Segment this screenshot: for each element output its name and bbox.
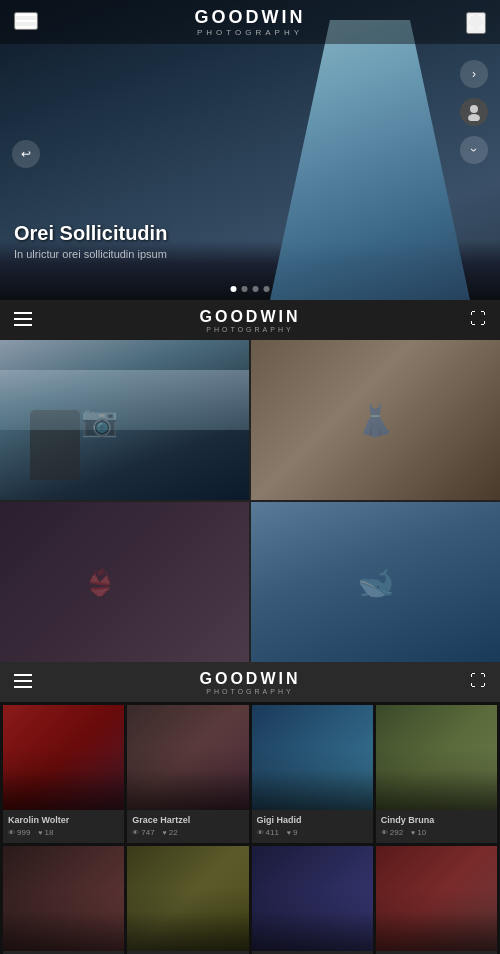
card-name: Grace Hartzel <box>132 815 243 825</box>
card-likes: ♥ 18 <box>38 828 53 837</box>
card-image-2 <box>252 705 373 810</box>
card-likes: ♥ 10 <box>411 828 426 837</box>
photo-couple-bg <box>251 340 500 500</box>
grid-brand-sub: PHOTOGRAPHY <box>200 326 301 333</box>
hamburger-button[interactable] <box>14 12 38 30</box>
brand-name: GOODWIN <box>195 7 306 28</box>
views-count: 411 <box>266 828 279 837</box>
photo-whale-bg <box>251 502 500 662</box>
photo-cell-beach[interactable] <box>0 340 249 500</box>
card-stats: 👁 292 ♥ 10 <box>381 828 492 837</box>
heart-icon: ♥ <box>411 829 415 836</box>
cards-hamburger-button[interactable] <box>14 674 32 688</box>
hero-side-icons: › › <box>460 60 488 164</box>
grid-section: GOODWIN PHOTOGRAPHY ⛶ <box>0 300 500 662</box>
card-item[interactable]: Cindy Bruna 👁 292 ♥ 10 <box>376 705 497 843</box>
photo-beach-bg <box>0 340 249 500</box>
card-views: 👁 747 <box>132 828 154 837</box>
hero-subtitle: In ulrictur orei sollicitudin ipsum <box>14 248 167 260</box>
cards-expand-button[interactable]: ⛶ <box>470 672 486 690</box>
card-likes: ♥ 9 <box>287 828 298 837</box>
card-likes: ♥ 22 <box>163 828 178 837</box>
eye-icon: 👁 <box>132 829 139 836</box>
likes-count: 22 <box>169 828 178 837</box>
eye-icon: 👁 <box>8 829 15 836</box>
dot-3[interactable] <box>253 286 259 292</box>
views-count: 747 <box>141 828 154 837</box>
dot-2[interactable] <box>242 286 248 292</box>
card-item[interactable]: Lucie Von Alten 👁 212 ♥ 7 <box>252 846 373 954</box>
card-info-2: Gigi Hadid 👁 411 ♥ 9 <box>252 810 373 843</box>
card-item[interactable]: Daniela Mirzac 👁 264 ♥ 4 <box>127 846 248 954</box>
dot-4[interactable] <box>264 286 270 292</box>
brand-subtitle: PHOTOGRAPHY <box>195 28 306 37</box>
cards-navbar: GOODWIN PHOTOGRAPHY ⛶ <box>0 662 500 702</box>
photo-grid <box>0 300 500 662</box>
grid-brand: GOODWIN PHOTOGRAPHY <box>200 308 301 333</box>
share-icon[interactable]: ↩ <box>12 140 40 168</box>
eye-icon: 👁 <box>381 829 388 836</box>
svg-point-1 <box>468 114 480 121</box>
photo-cell-couple[interactable] <box>251 340 500 500</box>
card-info-3: Cindy Bruna 👁 292 ♥ 10 <box>376 810 497 843</box>
views-count: 999 <box>17 828 30 837</box>
card-stats: 👁 747 ♥ 22 <box>132 828 243 837</box>
cards-brand-sub: PHOTOGRAPHY <box>200 688 301 695</box>
card-views: 👁 292 <box>381 828 403 837</box>
card-item[interactable]: Harry Cross 👁 216 ♥ 2 <box>3 846 124 954</box>
card-item[interactable]: Karolin Wolter 👁 999 ♥ 18 <box>3 705 124 843</box>
hero-text: Orei Sollicitudin In ulrictur orei solli… <box>14 222 167 260</box>
card-image-3 <box>376 705 497 810</box>
avatar-icon[interactable] <box>460 98 488 126</box>
grid-brand-name: GOODWIN <box>200 308 301 326</box>
card-info-1: Grace Hartzel 👁 747 ♥ 22 <box>127 810 248 843</box>
card-item[interactable]: Gigi Hadid 👁 411 ♥ 9 <box>252 705 373 843</box>
card-views: 👁 999 <box>8 828 30 837</box>
likes-count: 9 <box>293 828 297 837</box>
heart-icon: ♥ <box>38 829 42 836</box>
hero-dots <box>231 286 270 292</box>
likes-count: 18 <box>45 828 54 837</box>
hero-navbar: GOODWIN PHOTOGRAPHY ⛶ <box>0 0 500 44</box>
hero-title: Orei Sollicitudin <box>14 222 167 245</box>
card-stats: 👁 999 ♥ 18 <box>8 828 119 837</box>
dot-1[interactable] <box>231 286 237 292</box>
eye-icon: 👁 <box>257 829 264 836</box>
brand-logo: GOODWIN PHOTOGRAPHY <box>195 7 306 37</box>
photo-cell-fashion[interactable] <box>0 502 249 662</box>
card-image-4 <box>3 846 124 951</box>
svg-point-0 <box>470 105 478 113</box>
card-views: 👁 411 <box>257 828 279 837</box>
grid-hamburger-button[interactable] <box>14 312 32 326</box>
card-stats: 👁 411 ♥ 9 <box>257 828 368 837</box>
card-item[interactable]: Mari Halang 👁 200 ♥ 3 <box>376 846 497 954</box>
photo-fashion-bg <box>0 502 249 662</box>
card-info-0: Karolin Wolter 👁 999 ♥ 18 <box>3 810 124 843</box>
card-name: Gigi Hadid <box>257 815 368 825</box>
cards-brand-name: GOODWIN <box>200 670 301 688</box>
card-item[interactable]: Grace Hartzel 👁 747 ♥ 22 <box>127 705 248 843</box>
card-name: Cindy Bruna <box>381 815 492 825</box>
card-image-5 <box>127 846 248 951</box>
grid-navbar: GOODWIN PHOTOGRAPHY ⛶ <box>0 300 500 340</box>
views-count: 292 <box>390 828 403 837</box>
hero-section: GOODWIN PHOTOGRAPHY ⛶ ↩ › › Orei Sollici… <box>0 0 500 300</box>
chevron-up-icon[interactable]: › <box>460 60 488 88</box>
grid-expand-button[interactable]: ⛶ <box>470 310 486 328</box>
expand-button[interactable]: ⛶ <box>466 12 486 34</box>
card-image-6 <box>252 846 373 951</box>
photo-cell-whale[interactable] <box>251 502 500 662</box>
heart-icon: ♥ <box>287 829 291 836</box>
card-image-1 <box>127 705 248 810</box>
card-name: Karolin Wolter <box>8 815 119 825</box>
likes-count: 10 <box>417 828 426 837</box>
cards-section: GOODWIN PHOTOGRAPHY ⛶ Karolin Wolter 👁 9… <box>0 662 500 954</box>
cards-brand: GOODWIN PHOTOGRAPHY <box>200 670 301 695</box>
chevron-down-icon[interactable]: › <box>460 136 488 164</box>
cards-grid: Karolin Wolter 👁 999 ♥ 18 Grace Hartzel … <box>0 702 500 954</box>
heart-icon: ♥ <box>163 829 167 836</box>
card-image-7 <box>376 846 497 951</box>
card-image-0 <box>3 705 124 810</box>
hero-model <box>270 20 470 300</box>
